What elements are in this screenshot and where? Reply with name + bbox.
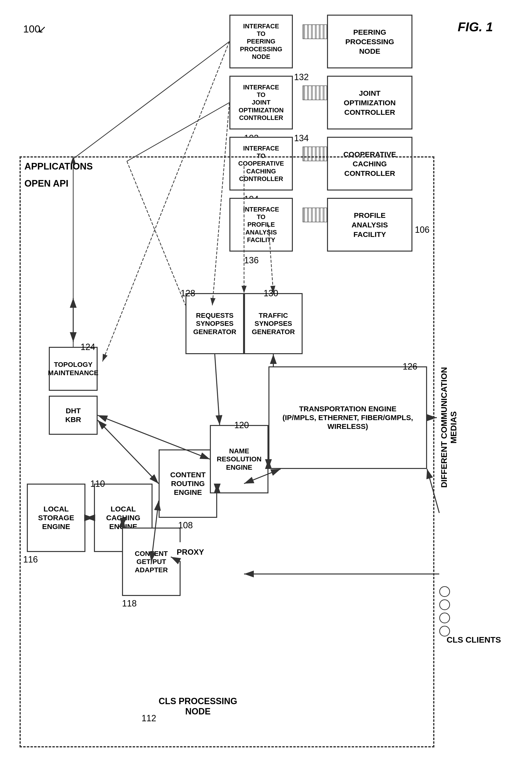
cls-clients-label: CLS CLIENTS <box>447 635 501 645</box>
hatch-peering <box>303 24 327 39</box>
client-circle-2 <box>439 600 450 610</box>
traffic-synopses-box: TRAFFIC SYNOPSES GENERATOR <box>244 293 303 354</box>
ref-126: 126 <box>403 362 417 372</box>
ref-108: 108 <box>178 520 193 530</box>
transportation-engine-box: TRANSPORTATION ENGINE (IP/MPLS, ETHERNET… <box>268 366 427 469</box>
ref-100-arrow: ↙ <box>38 23 46 35</box>
name-resolution-box: NAME RESOLUTION ENGINE <box>210 425 268 493</box>
ref-128: 128 <box>181 288 195 299</box>
figure-label: FIG. 1 <box>458 20 493 34</box>
ref-120: 120 <box>234 420 249 430</box>
page: FIG. 1 100 ↙ PEERING PROCESSING NODE JOI… <box>0 0 532 775</box>
ext-peering-box: PEERING PROCESSING NODE <box>327 15 412 68</box>
open-api-label: OPEN API <box>24 178 68 189</box>
cls-processing-node-label: CLS PROCESSING NODE <box>159 696 237 717</box>
svg-line-22 <box>73 41 229 159</box>
ref-124: 124 <box>81 342 95 352</box>
ref-130: 130 <box>264 288 278 299</box>
ref-116: 116 <box>23 554 38 565</box>
client-circle-1 <box>439 586 450 597</box>
ref-112: 112 <box>142 713 156 724</box>
ref-132: 132 <box>294 72 309 82</box>
applications-label: APPLICATIONS <box>24 161 93 172</box>
cls-clients-circles <box>439 586 450 637</box>
requests-synopses-box: REQUESTS SYNOPSES GENERATOR <box>185 293 244 354</box>
ref-110: 110 <box>90 479 105 489</box>
svg-line-23 <box>127 102 229 161</box>
comm-media-label: DIFFERENT COMMUNICATION MEDIAS <box>439 366 458 488</box>
content-routing-box: CONTENT ROUTING ENGINE <box>159 449 217 518</box>
local-storage-engine-box: LOCAL STORAGE ENGINE <box>27 484 85 552</box>
content-get-put-box: CONTENT GET/PUT ADAPTER <box>122 527 181 596</box>
ext-joint-box: JOINT OPTIMIZATION CONTROLLER <box>327 76 412 129</box>
iface-joint-box: INTERFACE TO JOINT OPTIMIZATION CONTROLL… <box>229 76 293 129</box>
client-circle-3 <box>439 613 450 623</box>
dht-kbr-box: DHT KBR <box>49 396 98 435</box>
topology-maintenance-box: TOPOLOGY MAINTENANCE <box>49 347 98 391</box>
proxy-label: PROXY <box>171 542 210 562</box>
ref-118: 118 <box>122 599 137 609</box>
iface-peering-box: INTERFACE TO PEERING PROCESSING NODE <box>229 15 293 68</box>
ref-134: 134 <box>294 133 309 143</box>
hatch-joint <box>303 85 327 100</box>
